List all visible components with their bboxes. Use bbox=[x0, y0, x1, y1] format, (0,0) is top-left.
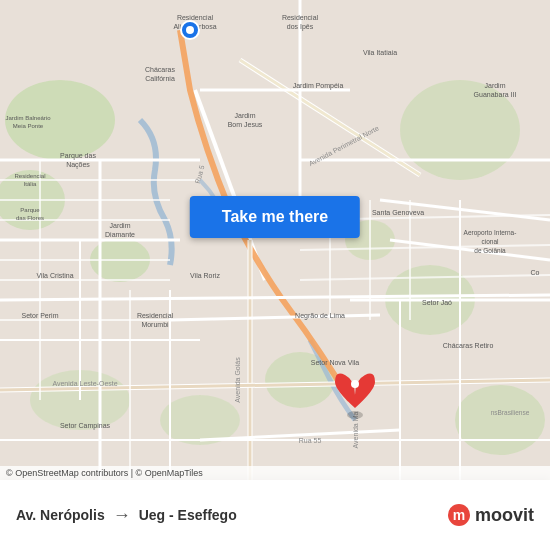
svg-text:Jardim: Jardim bbox=[484, 82, 505, 89]
svg-point-57 bbox=[347, 411, 363, 419]
take-me-there-button[interactable]: Take me there bbox=[190, 196, 360, 238]
svg-text:dos Ipês: dos Ipês bbox=[287, 23, 314, 31]
svg-text:Jardim Balneário: Jardim Balneário bbox=[5, 115, 51, 121]
map-attribution: © OpenStreetMap contributors | © OpenMap… bbox=[0, 466, 550, 480]
svg-text:m: m bbox=[453, 507, 465, 523]
svg-point-58 bbox=[351, 380, 359, 388]
svg-text:Setor Jaó: Setor Jaó bbox=[422, 299, 452, 306]
svg-text:Avenida Goiás: Avenida Goiás bbox=[234, 357, 241, 403]
svg-text:Nações: Nações bbox=[66, 161, 90, 169]
route-from: Av. Nerópolis bbox=[16, 507, 105, 523]
route-info: Av. Nerópolis → Ueg - Eseffego bbox=[16, 505, 447, 526]
svg-text:Parque: Parque bbox=[20, 207, 40, 213]
svg-text:Santa Genoveva: Santa Genoveva bbox=[372, 209, 424, 216]
svg-text:Residencial: Residencial bbox=[14, 173, 45, 179]
svg-text:Jardim: Jardim bbox=[234, 112, 255, 119]
svg-text:Setor Perim: Setor Perim bbox=[22, 312, 59, 319]
svg-text:Jardim Pompéia: Jardim Pompéia bbox=[293, 82, 344, 90]
svg-text:Meia Ponte: Meia Ponte bbox=[13, 123, 44, 129]
svg-text:Chácaras: Chácaras bbox=[145, 66, 175, 73]
svg-text:Aeroporto Interna-: Aeroporto Interna- bbox=[464, 229, 517, 237]
svg-text:Parque das: Parque das bbox=[60, 152, 96, 160]
svg-text:de Goiânia: de Goiânia bbox=[474, 247, 506, 254]
svg-text:Vila Itatiaia: Vila Itatiaia bbox=[363, 49, 397, 56]
svg-text:Diamante: Diamante bbox=[105, 231, 135, 238]
svg-text:nsBrasiliense: nsBrasiliense bbox=[491, 409, 530, 416]
svg-text:cional: cional bbox=[482, 238, 500, 245]
svg-text:Rua 55: Rua 55 bbox=[299, 437, 322, 444]
svg-text:Guanabara III: Guanabara III bbox=[474, 91, 517, 98]
svg-text:Morumbi: Morumbi bbox=[141, 321, 169, 328]
svg-text:Vila Roriz: Vila Roriz bbox=[190, 272, 220, 279]
svg-text:Co: Co bbox=[531, 269, 540, 276]
svg-text:Residencial: Residencial bbox=[282, 14, 319, 21]
svg-text:Itália: Itália bbox=[24, 181, 37, 187]
route-arrow-icon: → bbox=[113, 505, 131, 526]
svg-text:Residencial: Residencial bbox=[177, 14, 214, 21]
map-container: Residencial Alice Barbosa Residencial do… bbox=[0, 0, 550, 480]
svg-text:Setor Campinas: Setor Campinas bbox=[60, 422, 111, 430]
svg-text:Jardim: Jardim bbox=[109, 222, 130, 229]
svg-text:Negrão de Lima: Negrão de Lima bbox=[295, 312, 345, 320]
moovit-logo: m moovit bbox=[447, 503, 534, 527]
svg-text:Vila Cristina: Vila Cristina bbox=[36, 272, 73, 279]
moovit-text: moovit bbox=[475, 505, 534, 526]
svg-text:das Flores: das Flores bbox=[16, 215, 44, 221]
svg-text:Setor Nova Vila: Setor Nova Vila bbox=[311, 359, 360, 366]
svg-text:Bom Jesus: Bom Jesus bbox=[228, 121, 263, 128]
moovit-icon: m bbox=[447, 503, 471, 527]
svg-text:Califórnia: Califórnia bbox=[145, 75, 175, 82]
map-background: Residencial Alice Barbosa Residencial do… bbox=[0, 0, 550, 480]
svg-text:Avenida Leste-Oeste: Avenida Leste-Oeste bbox=[52, 380, 117, 387]
svg-point-56 bbox=[186, 26, 194, 34]
svg-text:Residencial: Residencial bbox=[137, 312, 174, 319]
svg-point-10 bbox=[455, 385, 545, 455]
svg-text:Chácaras Retiro: Chácaras Retiro bbox=[443, 342, 494, 349]
route-to: Ueg - Eseffego bbox=[139, 507, 237, 523]
bottom-bar: Av. Nerópolis → Ueg - Eseffego m moovit bbox=[0, 480, 550, 550]
